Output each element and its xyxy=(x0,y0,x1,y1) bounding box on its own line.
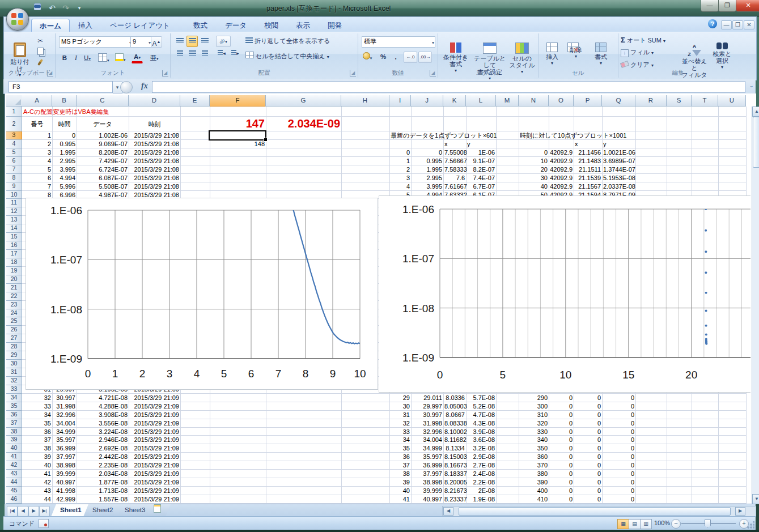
cell-B40[interactable]: 36.999 xyxy=(52,444,77,453)
cell-L45[interactable]: 2E-08 xyxy=(466,487,496,495)
row-header-38[interactable]: 38 xyxy=(6,428,22,436)
cell-A3[interactable]: 1 xyxy=(22,131,52,140)
cell-Q8[interactable]: 5.1953E-08 xyxy=(602,174,635,182)
first-sheet-icon[interactable]: |◀ xyxy=(7,506,18,517)
cell-B2[interactable]: 時間 xyxy=(52,117,77,131)
row-header-22[interactable]: 22 xyxy=(6,292,22,301)
column-header-M[interactable]: M xyxy=(496,95,519,107)
cell-O35[interactable]: 0 xyxy=(549,402,574,411)
cell-I42[interactable]: 37 xyxy=(389,461,411,470)
column-header-J[interactable]: J xyxy=(411,95,443,107)
cell-A9[interactable]: 7 xyxy=(22,182,52,191)
resize-grip[interactable] xyxy=(747,521,754,529)
window-maximize-button[interactable]: ❐ xyxy=(718,0,736,12)
row-header-1[interactable]: 1 xyxy=(6,107,22,117)
cell-P36[interactable]: 0 xyxy=(574,411,602,419)
row-header-37[interactable]: 37 xyxy=(6,419,22,428)
undo-icon[interactable]: ↶ xyxy=(46,3,58,13)
row-header-2[interactable]: 2 xyxy=(6,117,22,131)
cell-K44[interactable]: 8.20005 xyxy=(443,478,466,487)
cell-C2[interactable]: データ xyxy=(77,117,129,131)
cell-O38[interactable]: 0 xyxy=(549,428,574,436)
cell-J7[interactable]: 1.995 xyxy=(411,165,443,174)
row-header-21[interactable]: 21 xyxy=(6,284,22,292)
cell-K7[interactable]: 7.58333 xyxy=(443,165,466,174)
cell-Q7[interactable]: 1.3744E-07 xyxy=(602,165,635,174)
cell-O40[interactable]: 0 xyxy=(549,444,574,453)
cell-D4[interactable]: 2015/3/29 21:08 xyxy=(129,140,180,148)
cell-K35[interactable]: 8.05003 xyxy=(443,402,466,411)
cell-K5[interactable]: 7.55008 xyxy=(443,148,466,157)
tab-ページ レイアウト[interactable]: ページ レイアウト xyxy=(102,19,178,32)
cell-L43[interactable]: 2.4E-08 xyxy=(466,470,496,478)
window-minimize-button[interactable]: — xyxy=(701,0,719,12)
column-header-B[interactable]: B xyxy=(52,95,77,107)
cell-N3[interactable]: 時刻に対して10点ずつプロット×1001 xyxy=(519,131,549,140)
cell-A40[interactable]: 38 xyxy=(22,444,52,453)
cell-O42[interactable]: 0 xyxy=(549,461,574,470)
sheet-tab-Sheet3[interactable]: Sheet3 xyxy=(116,504,154,517)
column-header-E[interactable]: E xyxy=(180,95,210,107)
cell-P45[interactable]: 0 xyxy=(574,487,602,495)
row-header-19[interactable]: 19 xyxy=(6,267,22,275)
cell-N38[interactable]: 330 xyxy=(519,428,549,436)
format-cells-button[interactable]: 書式▾ xyxy=(590,36,612,67)
cell-Q42[interactable]: 0 xyxy=(602,461,635,470)
cell-Q43[interactable]: 0 xyxy=(602,470,635,478)
cell-J8[interactable]: 2.995 xyxy=(411,174,443,182)
cell-K38[interactable]: 8.10002 xyxy=(443,428,466,436)
cell-Q38[interactable]: 0 xyxy=(602,428,635,436)
workbook-minimize-button[interactable]: — xyxy=(721,20,732,29)
cell-L35[interactable]: 5.2E-08 xyxy=(466,402,496,411)
redo-icon[interactable]: ↷ xyxy=(60,3,71,13)
cell-K6[interactable]: 7.56667 xyxy=(443,157,466,165)
cell-I38[interactable]: 33 xyxy=(389,428,411,436)
qat-dropdown-icon[interactable]: ▾ xyxy=(74,3,85,13)
cell-C46[interactable]: 1.557E-08 xyxy=(77,495,129,504)
cell-J38[interactable]: 32.996 xyxy=(411,428,443,436)
row-header-12[interactable]: 12 xyxy=(6,207,22,216)
normal-view-button[interactable]: ▦ xyxy=(617,519,629,529)
font-size-select[interactable]: 9▾ xyxy=(130,36,152,48)
cell-N46[interactable]: 410 xyxy=(519,495,549,504)
cell-B38[interactable]: 34.999 xyxy=(52,428,77,436)
fill-button[interactable]: ↓ フィル ▾ xyxy=(621,48,654,57)
tab-表示[interactable]: 表示 xyxy=(288,19,318,32)
number-format-select[interactable]: 標準▾ xyxy=(362,36,435,48)
find-select-button[interactable]: 検索と 選択▾ xyxy=(709,36,735,71)
align-right-icon[interactable] xyxy=(199,48,210,59)
align-left-icon[interactable] xyxy=(174,48,185,59)
tab-校閲[interactable]: 校閲 xyxy=(256,19,286,32)
copy-icon[interactable] xyxy=(35,47,46,58)
row-header-14[interactable]: 14 xyxy=(6,224,22,233)
cell-N41[interactable]: 360 xyxy=(519,453,549,461)
row-header-42[interactable]: 42 xyxy=(6,461,22,470)
cell-K42[interactable]: 8.16673 xyxy=(443,461,466,470)
cell-A36[interactable]: 34 xyxy=(22,411,52,419)
cell-Q40[interactable]: 0 xyxy=(602,444,635,453)
cell-B6[interactable]: 2.995 xyxy=(52,157,77,165)
row-header-7[interactable]: 7 xyxy=(6,165,22,174)
column-header-U[interactable]: U xyxy=(718,95,746,107)
tab-データ[interactable]: データ xyxy=(217,19,255,32)
cell-C7[interactable]: 6.724E-07 xyxy=(77,165,129,174)
insert-cells-button[interactable]: 挿入▾ xyxy=(541,36,563,67)
align-bottom-icon[interactable] xyxy=(199,36,210,47)
cell-C4[interactable]: 9.069E-07 xyxy=(77,140,129,148)
cell-K41[interactable]: 8.15003 xyxy=(443,453,466,461)
column-header-F[interactable]: F xyxy=(210,95,266,107)
cell-D3[interactable]: 2015/3/29 21:08 xyxy=(129,131,180,140)
grow-font-icon[interactable]: A▲ xyxy=(151,36,162,48)
cell-G2[interactable]: 2.034E-09 xyxy=(266,117,341,131)
cell-J35[interactable]: 29.997 xyxy=(411,402,443,411)
cell-B3[interactable]: 0 xyxy=(52,131,77,140)
cell-N45[interactable]: 400 xyxy=(519,487,549,495)
zoom-level[interactable]: 100% xyxy=(654,520,670,526)
row-header-11[interactable]: 11 xyxy=(6,199,22,207)
zoom-slider-thumb[interactable] xyxy=(705,520,711,528)
cell-J6[interactable]: 0.995 xyxy=(411,157,443,165)
align-center-icon[interactable] xyxy=(186,48,198,59)
tab-ホーム[interactable]: ホーム xyxy=(31,19,70,33)
cell-C45[interactable]: 1.713E-08 xyxy=(77,487,129,495)
cell-J41[interactable]: 35.997 xyxy=(411,453,443,461)
